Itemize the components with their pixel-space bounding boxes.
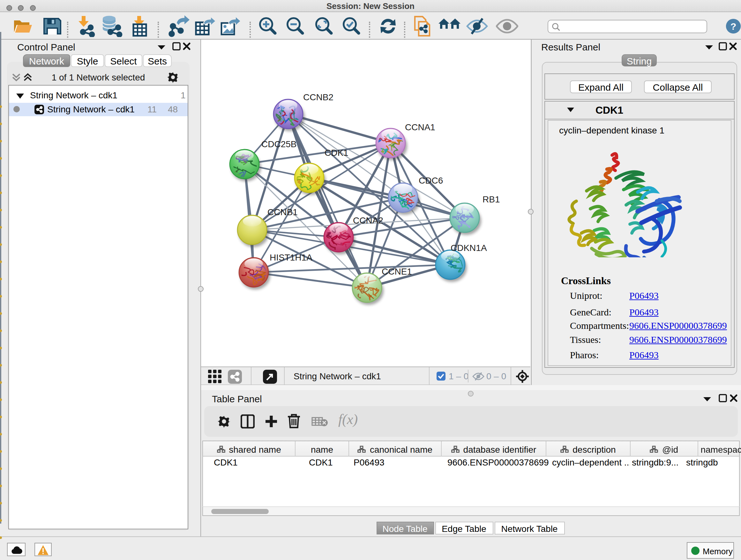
svg-text:CCNB2: CCNB2 <box>303 92 333 102</box>
svg-text:CDC6: CDC6 <box>419 176 443 186</box>
svg-text:CDC25B: CDC25B <box>261 139 296 149</box>
svg-text:CDKN1A: CDKN1A <box>451 243 487 253</box>
svg-text:RB1: RB1 <box>482 194 500 204</box>
svg-text:HIST1H1A: HIST1H1A <box>270 253 313 262</box>
svg-text:CCNB1: CCNB1 <box>267 207 298 217</box>
svg-text:?: ? <box>731 21 736 31</box>
svg-text:CDK1: CDK1 <box>325 148 348 158</box>
svg-text:CCNA1: CCNA1 <box>405 122 435 132</box>
svg-text:CCNE1: CCNE1 <box>382 266 412 276</box>
svg-text:CCNA2: CCNA2 <box>353 215 383 226</box>
